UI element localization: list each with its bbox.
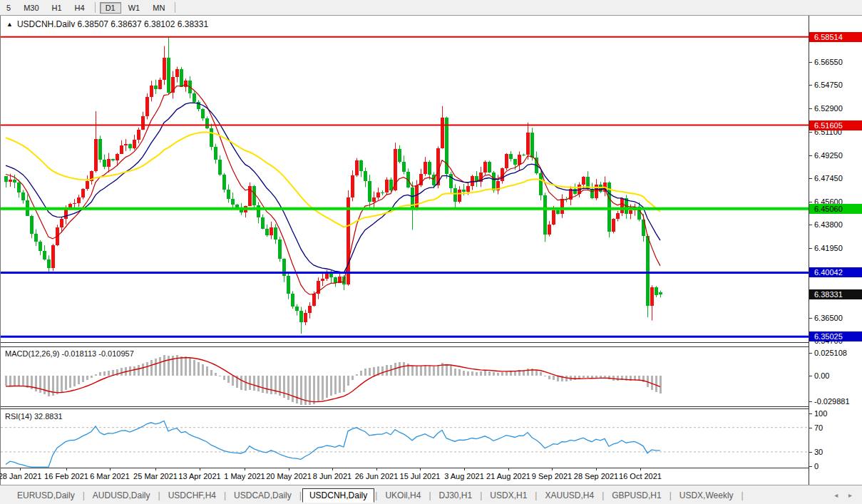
tick-mark <box>809 225 812 225</box>
mt4-window: 5M30H1H4D1W1MN ▲ USDCNH,Daily 6.38507 6.… <box>0 0 862 504</box>
axis-tick-label: 0.00 <box>809 371 829 381</box>
axis-tick-label: -0.029881 <box>809 396 850 406</box>
axis-tick-label: 6.52900 <box>809 103 843 113</box>
price-chart-canvas[interactable] <box>1 27 809 342</box>
chart-tab-usdcnh[interactable]: USDCNH,Daily <box>302 488 374 503</box>
chart-window: ▲ USDCNH,Daily 6.38507 6.38637 6.38102 6… <box>0 16 862 485</box>
timeframe-toolbar: 5M30H1H4D1W1MN <box>0 0 862 16</box>
pane-divider[interactable] <box>1 342 809 343</box>
time-tick-mark <box>376 468 377 470</box>
macd-label: MACD(12,26,9) -0.018113 -0.010957 <box>5 349 134 358</box>
time-axis-label: 28 Sep 2021 <box>574 472 618 480</box>
tick-mark <box>809 452 812 453</box>
tick-mark <box>809 318 812 319</box>
time-tick-mark <box>200 468 200 470</box>
axis-tick-label: 6.54750 <box>809 80 843 90</box>
axis-tick-label: 70 <box>809 423 823 433</box>
time-axis-label: 13 Apr 2021 <box>178 472 220 480</box>
timeframe-button-d1[interactable]: D1 <box>100 2 121 14</box>
tick-mark <box>809 202 812 202</box>
time-tick-mark <box>110 468 111 470</box>
time-tick-mark <box>245 468 245 470</box>
time-axis-label: 1 May 2021 <box>224 472 265 480</box>
tab-separator: | <box>742 490 744 500</box>
price-level-tag: 6.58514 <box>809 32 862 42</box>
chart-tab-usdx[interactable]: USDX,H1 <box>483 488 534 503</box>
chart-tab-usdchf[interactable]: USDCHF,H4 <box>161 488 223 503</box>
axis-tick-label: 6.41950 <box>809 243 843 253</box>
tick-mark <box>809 108 812 109</box>
pane-divider[interactable] <box>1 406 809 407</box>
tab-separator: | <box>429 490 431 500</box>
rsi-label: RSI(14) 32.8831 <box>5 412 63 421</box>
tab-separator: | <box>83 490 85 500</box>
chart-tab-bar: EURUSD,Daily|AUDUSD,Daily|USDCHF,H4|USDC… <box>0 485 862 504</box>
tick-mark <box>809 85 812 86</box>
timeframe-button-h4[interactable]: H4 <box>69 2 91 14</box>
tick-mark <box>809 178 812 179</box>
tick-mark <box>809 155 812 156</box>
tab-separator: | <box>158 490 160 500</box>
tick-mark <box>809 132 812 133</box>
time-axis-label: 6 Mar 2021 <box>90 472 130 480</box>
time-axis-label: 26 Jun 2021 <box>355 472 399 480</box>
time-axis-label: 21 Aug 2021 <box>486 472 530 480</box>
time-tick-mark <box>508 468 509 470</box>
time-axis-label: 28 Jan 2021 <box>0 472 41 480</box>
tick-mark <box>809 248 812 249</box>
chart-tab-usdx[interactable]: USDX,Weekly <box>672 488 741 503</box>
tick-mark <box>809 428 812 428</box>
rsi-canvas[interactable] <box>1 409 809 468</box>
chart-tab-eurusd[interactable]: EURUSD,Daily <box>10 488 82 503</box>
tab-separator: | <box>480 490 482 500</box>
axis-tick-label: 6.43800 <box>809 220 843 230</box>
time-scale[interactable]: 28 Jan 202116 Feb 20216 Mar 202125 Mar 2… <box>1 468 809 485</box>
tab-separator: | <box>535 490 537 500</box>
chart-tab-audusd[interactable]: AUDUSD,Daily <box>86 488 158 503</box>
tick-mark <box>809 353 812 354</box>
toolbar-separator <box>175 2 175 13</box>
chart-tab-usdcad[interactable]: USDCAD,Daily <box>227 488 299 503</box>
price-level-tag: 6.35025 <box>809 331 862 341</box>
price-level-tag: 6.38331 <box>809 289 862 299</box>
time-tick-mark <box>289 468 289 470</box>
chart-tab-dj30[interactable]: DJ30,H1 <box>432 488 480 503</box>
chart-tab-xauusd[interactable]: XAUUSD,H4 <box>538 488 601 503</box>
time-tick-mark <box>155 468 156 470</box>
chart-tab-ukoil[interactable]: UKOil,H4 <box>378 488 428 503</box>
time-tick-mark <box>420 468 421 470</box>
time-tick-mark <box>464 468 465 470</box>
axis-tick-label: 6.56550 <box>809 57 843 67</box>
tab-separator: | <box>299 490 302 500</box>
time-tick-mark <box>640 468 641 470</box>
timeframe-button-m30[interactable]: M30 <box>18 2 44 14</box>
time-axis-label: 16 Feb 2021 <box>44 472 88 480</box>
tick-mark <box>809 401 812 402</box>
time-tick-mark <box>66 468 67 470</box>
tick-mark <box>809 376 812 376</box>
chart-tab-gbpusd[interactable]: GBPUSD,H1 <box>605 488 668 503</box>
price-level-tag: 6.51605 <box>809 120 862 130</box>
tab-separator: | <box>224 490 226 500</box>
time-tick-mark <box>332 468 333 470</box>
timeframe-button-mn[interactable]: MN <box>147 2 170 14</box>
tick-mark <box>809 62 812 63</box>
tick-mark <box>809 466 812 467</box>
tick-mark <box>809 413 812 414</box>
tab-scroll-arrows[interactable]: ◂ ▸ <box>834 491 856 499</box>
toolbar-separator <box>95 2 96 13</box>
axis-tick-label: 30 <box>809 447 823 457</box>
time-tick-mark <box>20 468 21 470</box>
tab-separator: | <box>602 490 604 500</box>
timeframe-button-h1[interactable]: H1 <box>46 2 68 14</box>
time-axis-label: 25 Mar 2021 <box>133 472 178 480</box>
axis-tick-label: 100 <box>809 408 827 418</box>
price-level-tag: 6.45060 <box>809 204 862 214</box>
timeframe-button-w1[interactable]: W1 <box>123 2 146 14</box>
axis-tick-label: 6.36500 <box>809 313 843 323</box>
price-scale[interactable]: 6.583506.565506.547506.529006.511006.492… <box>809 16 862 485</box>
axis-tick-label: 6.49250 <box>809 150 843 160</box>
axis-tick-label: 0 <box>809 461 819 471</box>
time-tick-mark <box>552 468 553 470</box>
timeframe-button-5[interactable]: 5 <box>1 2 16 14</box>
